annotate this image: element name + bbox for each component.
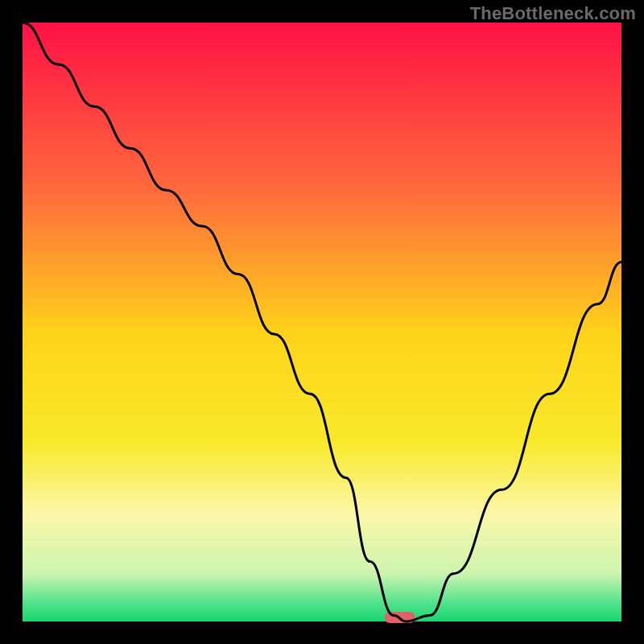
chart-frame: TheBottleneck.com [0, 0, 644, 644]
plot-area [23, 23, 621, 621]
bottleneck-chart [0, 0, 644, 644]
attribution-label: TheBottleneck.com [470, 3, 636, 24]
